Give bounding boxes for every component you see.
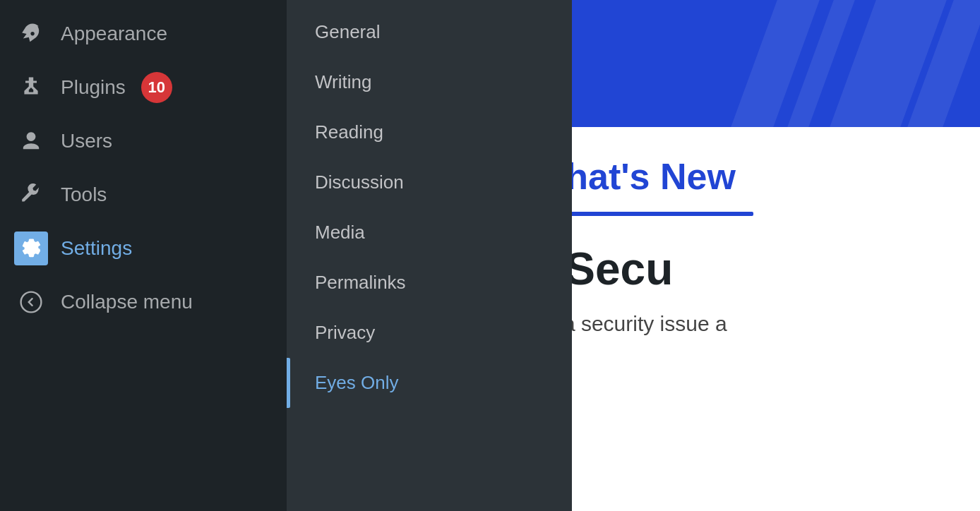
sidebar-item-collapse-label: Collapse menu bbox=[61, 290, 193, 314]
svg-point-0 bbox=[21, 292, 42, 313]
submenu-item-media[interactable]: Media bbox=[287, 208, 572, 258]
submenu-item-privacy[interactable]: Privacy bbox=[287, 308, 572, 358]
submenu-permalinks-label: Permalinks bbox=[315, 272, 406, 294]
sidebar-item-settings-label: Settings bbox=[61, 236, 132, 260]
submenu-item-eyes-only[interactable]: Eyes Only bbox=[287, 358, 572, 408]
plugin-icon bbox=[14, 71, 48, 104]
submenu-item-discussion[interactable]: Discussion bbox=[287, 157, 572, 208]
sidebar-item-settings[interactable]: Settings bbox=[0, 222, 287, 275]
sidebar-item-users-label: Users bbox=[61, 129, 112, 153]
tools-icon bbox=[14, 178, 48, 212]
plugins-badge: 10 bbox=[141, 72, 172, 103]
sidebar-item-appearance-label: Appearance bbox=[61, 22, 167, 46]
sidebar-item-users[interactable]: Users bbox=[0, 114, 287, 168]
paint-brush-icon bbox=[14, 17, 48, 51]
settings-submenu: General Writing Reading Discussion Media… bbox=[287, 0, 572, 511]
submenu-discussion-label: Discussion bbox=[315, 172, 404, 193]
sidebar-item-tools[interactable]: Tools bbox=[0, 168, 287, 222]
submenu-general-label: General bbox=[315, 21, 381, 43]
users-icon bbox=[14, 124, 48, 158]
sidebar-item-plugins-label: Plugins bbox=[61, 76, 126, 100]
sidebar-item-tools-label: Tools bbox=[61, 183, 107, 207]
submenu-privacy-label: Privacy bbox=[315, 322, 375, 344]
sidebar: Appearance Plugins 10 Users Tools bbox=[0, 0, 287, 511]
sidebar-item-appearance[interactable]: Appearance bbox=[0, 7, 287, 61]
settings-icon bbox=[14, 232, 48, 265]
submenu-item-reading[interactable]: Reading bbox=[287, 107, 572, 157]
sidebar-item-collapse[interactable]: Collapse menu bbox=[0, 275, 287, 329]
submenu-item-writing[interactable]: Writing bbox=[287, 57, 572, 107]
submenu-media-label: Media bbox=[315, 222, 365, 244]
submenu-eyes-only-label: Eyes Only bbox=[315, 372, 399, 394]
sidebar-item-plugins[interactable]: Plugins 10 bbox=[0, 61, 287, 114]
submenu-item-permalinks[interactable]: Permalinks bbox=[287, 258, 572, 308]
submenu-writing-label: Writing bbox=[315, 71, 371, 93]
submenu-item-general[interactable]: General bbox=[287, 7, 572, 57]
collapse-icon bbox=[14, 285, 48, 319]
submenu-reading-label: Reading bbox=[315, 121, 383, 143]
